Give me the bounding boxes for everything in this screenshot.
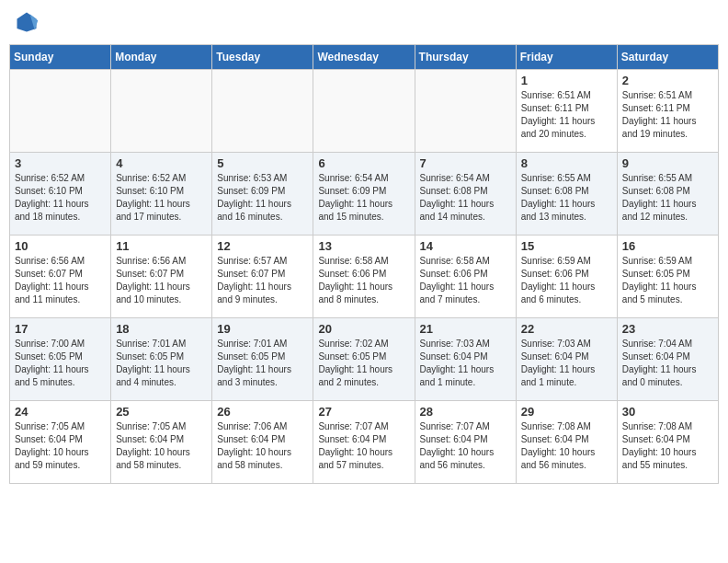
calendar-week-row: 17Sunrise: 7:00 AM Sunset: 6:05 PM Dayli… [10, 318, 719, 401]
day-number: 17 [15, 322, 106, 336]
day-info: Sunrise: 7:07 AM Sunset: 6:04 PM Dayligh… [420, 420, 511, 472]
calendar-cell [415, 70, 516, 153]
calendar-cell: 23Sunrise: 7:04 AM Sunset: 6:04 PM Dayli… [617, 318, 718, 401]
calendar-header-saturday: Saturday [617, 45, 718, 70]
calendar-header-row: SundayMondayTuesdayWednesdayThursdayFrid… [10, 45, 719, 70]
day-number: 26 [217, 405, 308, 419]
calendar-week-row: 1Sunrise: 6:51 AM Sunset: 6:11 PM Daylig… [10, 70, 719, 153]
day-info: Sunrise: 7:03 AM Sunset: 6:04 PM Dayligh… [521, 338, 612, 389]
calendar-cell: 18Sunrise: 7:01 AM Sunset: 6:05 PM Dayli… [111, 318, 212, 401]
calendar-cell: 22Sunrise: 7:03 AM Sunset: 6:04 PM Dayli… [516, 318, 617, 401]
calendar-cell: 29Sunrise: 7:08 AM Sunset: 6:04 PM Dayli… [516, 401, 617, 484]
calendar-table: SundayMondayTuesdayWednesdayThursdayFrid… [9, 44, 719, 484]
calendar-cell [313, 70, 415, 153]
day-info: Sunrise: 6:53 AM Sunset: 6:09 PM Dayligh… [217, 172, 308, 224]
day-number: 16 [622, 239, 713, 253]
day-number: 12 [217, 239, 308, 253]
day-number: 22 [521, 322, 612, 336]
calendar-week-row: 10Sunrise: 6:56 AM Sunset: 6:07 PM Dayli… [10, 236, 719, 318]
day-info: Sunrise: 6:51 AM Sunset: 6:11 PM Dayligh… [521, 89, 612, 141]
day-info: Sunrise: 7:08 AM Sunset: 6:04 PM Dayligh… [521, 420, 612, 472]
day-number: 13 [318, 239, 409, 253]
day-number: 4 [116, 156, 207, 170]
day-number: 8 [521, 156, 612, 170]
day-info: Sunrise: 7:08 AM Sunset: 6:04 PM Dayligh… [622, 420, 713, 472]
calendar-cell: 14Sunrise: 6:58 AM Sunset: 6:06 PM Dayli… [415, 236, 516, 318]
page-header [9, 9, 719, 35]
day-info: Sunrise: 6:52 AM Sunset: 6:10 PM Dayligh… [15, 172, 106, 224]
day-info: Sunrise: 7:03 AM Sunset: 6:04 PM Dayligh… [420, 338, 511, 389]
day-number: 23 [622, 322, 713, 336]
logo-icon [14, 9, 40, 35]
calendar-cell: 11Sunrise: 6:56 AM Sunset: 6:07 PM Dayli… [111, 236, 212, 318]
day-info: Sunrise: 6:52 AM Sunset: 6:10 PM Dayligh… [116, 172, 207, 224]
calendar-cell: 15Sunrise: 6:59 AM Sunset: 6:06 PM Dayli… [516, 236, 617, 318]
calendar-week-row: 3Sunrise: 6:52 AM Sunset: 6:10 PM Daylig… [10, 153, 719, 236]
calendar-cell: 4Sunrise: 6:52 AM Sunset: 6:10 PM Daylig… [111, 153, 212, 236]
calendar-cell: 26Sunrise: 7:06 AM Sunset: 6:04 PM Dayli… [212, 401, 313, 484]
calendar-cell: 28Sunrise: 7:07 AM Sunset: 6:04 PM Dayli… [415, 401, 516, 484]
day-info: Sunrise: 6:54 AM Sunset: 6:08 PM Dayligh… [420, 172, 511, 224]
day-number: 30 [622, 405, 713, 419]
calendar-cell: 19Sunrise: 7:01 AM Sunset: 6:05 PM Dayli… [212, 318, 313, 401]
day-info: Sunrise: 6:58 AM Sunset: 6:06 PM Dayligh… [318, 255, 409, 306]
day-info: Sunrise: 6:55 AM Sunset: 6:08 PM Dayligh… [622, 172, 713, 224]
day-number: 25 [116, 405, 207, 419]
day-number: 10 [15, 239, 106, 253]
day-number: 2 [622, 74, 713, 87]
day-info: Sunrise: 7:05 AM Sunset: 6:04 PM Dayligh… [116, 420, 207, 472]
calendar-cell: 20Sunrise: 7:02 AM Sunset: 6:05 PM Dayli… [313, 318, 415, 401]
day-info: Sunrise: 7:00 AM Sunset: 6:05 PM Dayligh… [15, 338, 106, 389]
day-number: 24 [15, 405, 106, 419]
calendar-header-monday: Monday [111, 45, 212, 70]
day-info: Sunrise: 7:06 AM Sunset: 6:04 PM Dayligh… [217, 420, 308, 472]
day-info: Sunrise: 7:01 AM Sunset: 6:05 PM Dayligh… [116, 338, 207, 389]
day-number: 27 [318, 405, 409, 419]
calendar-cell: 30Sunrise: 7:08 AM Sunset: 6:04 PM Dayli… [617, 401, 718, 484]
calendar-cell: 6Sunrise: 6:54 AM Sunset: 6:09 PM Daylig… [313, 153, 415, 236]
calendar-header-sunday: Sunday [10, 45, 111, 70]
day-number: 11 [116, 239, 207, 253]
day-info: Sunrise: 7:01 AM Sunset: 6:05 PM Dayligh… [217, 338, 308, 389]
logo [14, 9, 43, 35]
calendar-cell: 7Sunrise: 6:54 AM Sunset: 6:08 PM Daylig… [415, 153, 516, 236]
calendar-cell: 24Sunrise: 7:05 AM Sunset: 6:04 PM Dayli… [10, 401, 111, 484]
day-number: 20 [318, 322, 409, 336]
day-info: Sunrise: 6:54 AM Sunset: 6:09 PM Dayligh… [318, 172, 409, 224]
day-number: 21 [420, 322, 511, 336]
day-number: 6 [318, 156, 409, 170]
day-number: 1 [521, 74, 612, 87]
calendar-cell: 27Sunrise: 7:07 AM Sunset: 6:04 PM Dayli… [313, 401, 415, 484]
calendar-header-thursday: Thursday [415, 45, 516, 70]
calendar-cell: 17Sunrise: 7:00 AM Sunset: 6:05 PM Dayli… [10, 318, 111, 401]
day-number: 9 [622, 156, 713, 170]
day-info: Sunrise: 6:59 AM Sunset: 6:05 PM Dayligh… [622, 255, 713, 306]
calendar-cell: 8Sunrise: 6:55 AM Sunset: 6:08 PM Daylig… [516, 153, 617, 236]
day-number: 15 [521, 239, 612, 253]
calendar-header-wednesday: Wednesday [313, 45, 415, 70]
calendar-cell [111, 70, 212, 153]
day-info: Sunrise: 6:58 AM Sunset: 6:06 PM Dayligh… [420, 255, 511, 306]
calendar-cell: 3Sunrise: 6:52 AM Sunset: 6:10 PM Daylig… [10, 153, 111, 236]
day-info: Sunrise: 6:59 AM Sunset: 6:06 PM Dayligh… [521, 255, 612, 306]
calendar-cell: 10Sunrise: 6:56 AM Sunset: 6:07 PM Dayli… [10, 236, 111, 318]
day-info: Sunrise: 6:55 AM Sunset: 6:08 PM Dayligh… [521, 172, 612, 224]
day-info: Sunrise: 6:56 AM Sunset: 6:07 PM Dayligh… [15, 255, 106, 306]
day-info: Sunrise: 7:07 AM Sunset: 6:04 PM Dayligh… [318, 420, 409, 472]
calendar-cell: 25Sunrise: 7:05 AM Sunset: 6:04 PM Dayli… [111, 401, 212, 484]
calendar-cell: 9Sunrise: 6:55 AM Sunset: 6:08 PM Daylig… [617, 153, 718, 236]
day-info: Sunrise: 7:04 AM Sunset: 6:04 PM Dayligh… [622, 338, 713, 389]
day-number: 18 [116, 322, 207, 336]
calendar-cell: 13Sunrise: 6:58 AM Sunset: 6:06 PM Dayli… [313, 236, 415, 318]
day-number: 5 [217, 156, 308, 170]
day-number: 28 [420, 405, 511, 419]
calendar-cell [10, 70, 111, 153]
day-number: 14 [420, 239, 511, 253]
day-info: Sunrise: 7:02 AM Sunset: 6:05 PM Dayligh… [318, 338, 409, 389]
day-info: Sunrise: 6:51 AM Sunset: 6:11 PM Dayligh… [622, 89, 713, 141]
calendar-cell: 2Sunrise: 6:51 AM Sunset: 6:11 PM Daylig… [617, 70, 718, 153]
day-info: Sunrise: 6:57 AM Sunset: 6:07 PM Dayligh… [217, 255, 308, 306]
calendar-cell: 1Sunrise: 6:51 AM Sunset: 6:11 PM Daylig… [516, 70, 617, 153]
day-info: Sunrise: 7:05 AM Sunset: 6:04 PM Dayligh… [15, 420, 106, 472]
day-number: 3 [15, 156, 106, 170]
